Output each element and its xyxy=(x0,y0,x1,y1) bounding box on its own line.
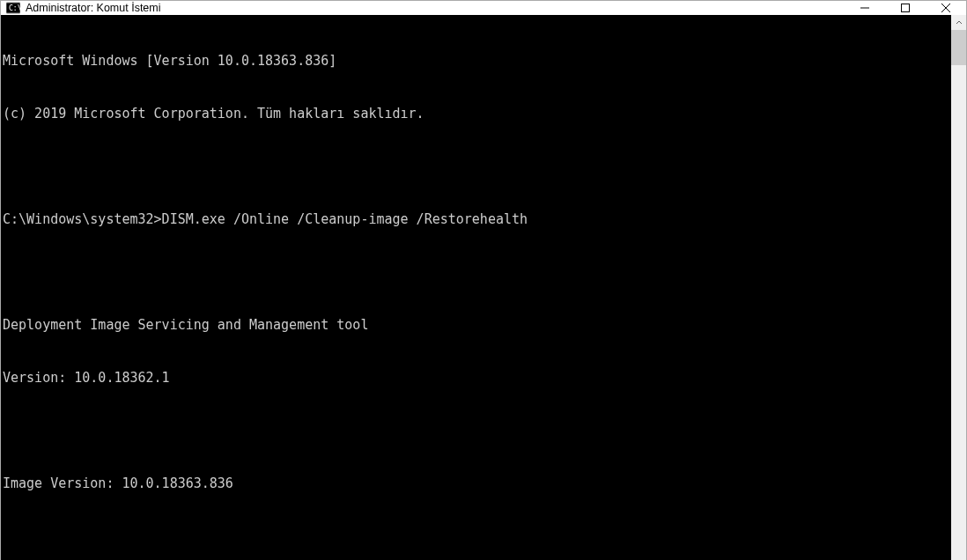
terminal-area: Microsoft Windows [Version 10.0.18363.83… xyxy=(1,15,966,560)
vertical-scrollbar[interactable] xyxy=(951,15,966,560)
terminal-line: (c) 2019 Microsoft Corporation. Tüm hakl… xyxy=(3,105,951,122)
terminal-line: Deployment Image Servicing and Managemen… xyxy=(3,316,951,334)
svg-text:C:\: C:\ xyxy=(9,4,20,12)
window-title: Administrator: Komut İstemi xyxy=(26,2,161,14)
terminal-line: Microsoft Windows [Version 10.0.18363.83… xyxy=(3,52,951,70)
terminal-line: Image Version: 10.0.18363.836 xyxy=(3,475,951,492)
cmd-icon: C:\ xyxy=(6,1,20,15)
scroll-up-button[interactable] xyxy=(951,15,966,30)
titlebar[interactable]: C:\ Administrator: Komut İstemi xyxy=(1,1,966,15)
terminal-line xyxy=(3,158,951,175)
terminal-line xyxy=(3,263,951,281)
terminal-line: Version: 10.0.18362.1 xyxy=(3,369,951,387)
svg-rect-3 xyxy=(902,4,910,12)
terminal-line xyxy=(3,422,951,439)
terminal-line: C:\Windows\system32>DISM.exe /Online /Cl… xyxy=(3,210,951,228)
terminal-line xyxy=(3,527,951,545)
window: C:\ Administrator: Komut İstemi Microsof… xyxy=(0,0,967,560)
scroll-thumb[interactable] xyxy=(951,30,966,65)
window-controls xyxy=(845,1,966,15)
terminal-output[interactable]: Microsoft Windows [Version 10.0.18363.83… xyxy=(1,15,951,560)
close-button[interactable] xyxy=(926,1,966,15)
minimize-button[interactable] xyxy=(845,1,885,15)
maximize-button[interactable] xyxy=(885,1,926,15)
